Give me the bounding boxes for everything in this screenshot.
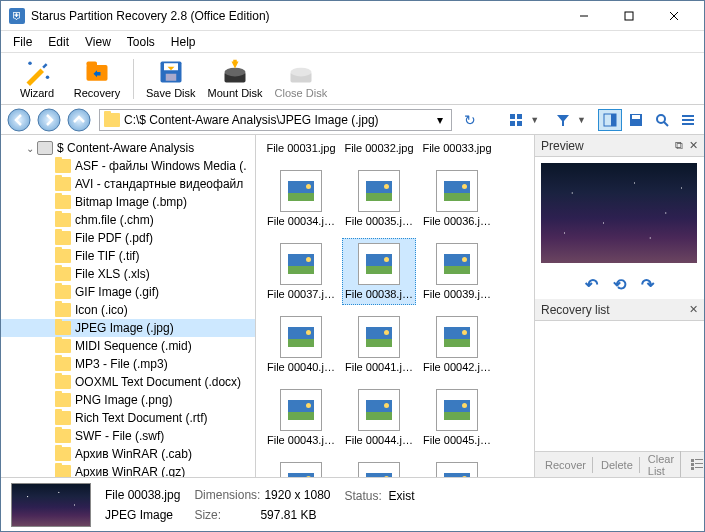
svg-point-17 bbox=[38, 109, 60, 131]
status-value: Exist bbox=[388, 489, 414, 503]
preview-pin-icon[interactable]: ⧉ bbox=[675, 139, 683, 152]
tree-item[interactable]: File XLS (.xls) bbox=[1, 265, 255, 283]
tree-root[interactable]: ⌄$ Content-Aware Analysis bbox=[1, 139, 255, 157]
view-mode-dropdown[interactable]: ▼ bbox=[530, 115, 539, 125]
filter-dropdown[interactable]: ▼ bbox=[577, 115, 586, 125]
recovery-list-close-icon[interactable]: ✕ bbox=[689, 303, 698, 316]
tree-item[interactable]: File TIF (.tif) bbox=[1, 247, 255, 265]
file-name: File 00038.jpg bbox=[345, 288, 413, 300]
file-item[interactable]: File 00045.jpg bbox=[420, 384, 494, 451]
file-item[interactable]: File 00041.jpg bbox=[342, 311, 416, 378]
nav-back-button[interactable] bbox=[5, 107, 33, 133]
menu-file[interactable]: File bbox=[5, 33, 40, 51]
tree-item[interactable]: Icon (.ico) bbox=[1, 301, 255, 319]
file-grid[interactable]: File 00031.jpgFile 00032.jpgFile 00033.j… bbox=[256, 135, 534, 477]
file-item[interactable]: File 00038.jpg bbox=[342, 238, 416, 305]
menu-tools[interactable]: Tools bbox=[119, 33, 163, 51]
file-thumbnail-icon bbox=[358, 389, 400, 431]
save-disk-button[interactable]: Save Disk bbox=[142, 55, 200, 103]
file-item[interactable]: File 00039.jpg bbox=[420, 238, 494, 305]
options-button[interactable] bbox=[676, 109, 700, 131]
tree-item[interactable]: chm.file (.chm) bbox=[1, 211, 255, 229]
file-item[interactable]: File 00035.jpg bbox=[342, 165, 416, 232]
file-item[interactable]: File 00043.jpg bbox=[264, 384, 338, 451]
file-item[interactable]: File 00042.jpg bbox=[420, 311, 494, 378]
recovery-list-header: Recovery list ✕ bbox=[535, 299, 704, 321]
file-item[interactable]: File 00037.jpg bbox=[264, 238, 338, 305]
address-dropdown[interactable]: ▾ bbox=[433, 113, 447, 127]
recovery-list[interactable] bbox=[535, 321, 704, 451]
maximize-button[interactable] bbox=[606, 2, 651, 30]
rotate-left-button[interactable]: ↶ bbox=[583, 275, 601, 293]
tree-item[interactable]: ASF - файлы Windows Media (. bbox=[1, 157, 255, 175]
recovery-buttons: Recover Delete Clear List bbox=[535, 451, 704, 477]
status-size: 597.81 KB bbox=[260, 508, 316, 522]
recovery-options-icon[interactable] bbox=[685, 456, 704, 474]
file-item[interactable]: File 00040.jpg bbox=[264, 311, 338, 378]
file-name: File 00044.jpg bbox=[345, 434, 413, 446]
tree-item[interactable]: JPEG Image (.jpg) bbox=[1, 319, 255, 337]
rotate-right-button[interactable]: ↷ bbox=[639, 275, 657, 293]
recover-button[interactable]: Recover bbox=[539, 457, 593, 473]
preview-pane-toggle[interactable] bbox=[598, 109, 622, 131]
minimize-button[interactable] bbox=[561, 2, 606, 30]
svg-point-4 bbox=[28, 62, 32, 66]
preview-close-icon[interactable]: ✕ bbox=[689, 139, 698, 152]
file-thumbnail-icon bbox=[436, 389, 478, 431]
tree-item[interactable]: AVI - стандартные видеофайл bbox=[1, 175, 255, 193]
file-item[interactable]: File 00046.jpg bbox=[264, 457, 338, 477]
mount-disk-button[interactable]: Mount Disk bbox=[204, 55, 267, 103]
menu-view[interactable]: View bbox=[77, 33, 119, 51]
tree-item[interactable]: File PDF (.pdf) bbox=[1, 229, 255, 247]
svg-rect-36 bbox=[691, 467, 694, 470]
tree-item[interactable]: Bitmap Image (.bmp) bbox=[1, 193, 255, 211]
file-item[interactable]: File 00031.jpg bbox=[264, 141, 338, 159]
nav-forward-button[interactable] bbox=[35, 107, 63, 133]
view-mode-button[interactable] bbox=[504, 109, 528, 131]
menu-edit[interactable]: Edit bbox=[40, 33, 77, 51]
file-item[interactable]: File 00032.jpg bbox=[342, 141, 416, 159]
file-item[interactable]: File 00044.jpg bbox=[342, 384, 416, 451]
tree-item[interactable]: Архив WinRAR (.gz) bbox=[1, 463, 255, 477]
file-item[interactable]: File 00034.jpg bbox=[264, 165, 338, 232]
file-thumbnail-icon bbox=[358, 462, 400, 477]
clear-list-button[interactable]: Clear List bbox=[642, 451, 681, 478]
file-thumbnail-icon bbox=[436, 316, 478, 358]
file-name: File 00041.jpg bbox=[345, 361, 413, 373]
address-bar[interactable]: ▾ bbox=[99, 109, 452, 131]
search-button[interactable] bbox=[650, 109, 674, 131]
tree-item[interactable]: OOXML Text Document (.docx) bbox=[1, 373, 255, 391]
folder-tree[interactable]: ⌄$ Content-Aware AnalysisASF - файлы Win… bbox=[1, 135, 256, 477]
tree-item[interactable]: Rich Text Document (.rtf) bbox=[1, 409, 255, 427]
svg-rect-29 bbox=[682, 115, 694, 117]
svg-rect-30 bbox=[682, 119, 694, 121]
tree-item[interactable]: GIF Image (.gif) bbox=[1, 283, 255, 301]
refresh-button[interactable]: ↻ bbox=[458, 109, 482, 131]
file-name: File 00033.jpg bbox=[421, 142, 493, 154]
recovery-button[interactable]: Recovery bbox=[69, 55, 125, 103]
tree-item[interactable]: MP3 - File (.mp3) bbox=[1, 355, 255, 373]
wizard-button[interactable]: Wizard bbox=[9, 55, 65, 103]
address-input[interactable] bbox=[124, 113, 433, 127]
file-item[interactable]: File 00036.jpg bbox=[420, 165, 494, 232]
status-dimensions: 1920 x 1080 bbox=[264, 488, 330, 502]
tree-item[interactable]: SWF - File (.swf) bbox=[1, 427, 255, 445]
file-item[interactable]: File 00047.jpg bbox=[342, 457, 416, 477]
rotate-reset-button[interactable]: ⟲ bbox=[611, 275, 629, 293]
file-name: File 00045.jpg bbox=[423, 434, 491, 446]
tree-item[interactable]: Архив WinRAR (.cab) bbox=[1, 445, 255, 463]
save-view-button[interactable] bbox=[624, 109, 648, 131]
filter-button[interactable] bbox=[551, 109, 575, 131]
close-button[interactable] bbox=[651, 2, 696, 30]
menu-help[interactable]: Help bbox=[163, 33, 204, 51]
tree-item[interactable]: PNG Image (.png) bbox=[1, 391, 255, 409]
file-item[interactable]: File 00033.jpg bbox=[420, 141, 494, 159]
svg-rect-34 bbox=[691, 463, 694, 466]
nav-up-button[interactable] bbox=[65, 107, 93, 133]
file-name: File 00034.jpg bbox=[267, 215, 335, 227]
delete-button[interactable]: Delete bbox=[595, 457, 640, 473]
file-item[interactable]: File 00048.jpg bbox=[420, 457, 494, 477]
svg-rect-33 bbox=[695, 459, 703, 460]
tree-item[interactable]: MIDI Sequence (.mid) bbox=[1, 337, 255, 355]
svg-point-15 bbox=[290, 68, 311, 77]
